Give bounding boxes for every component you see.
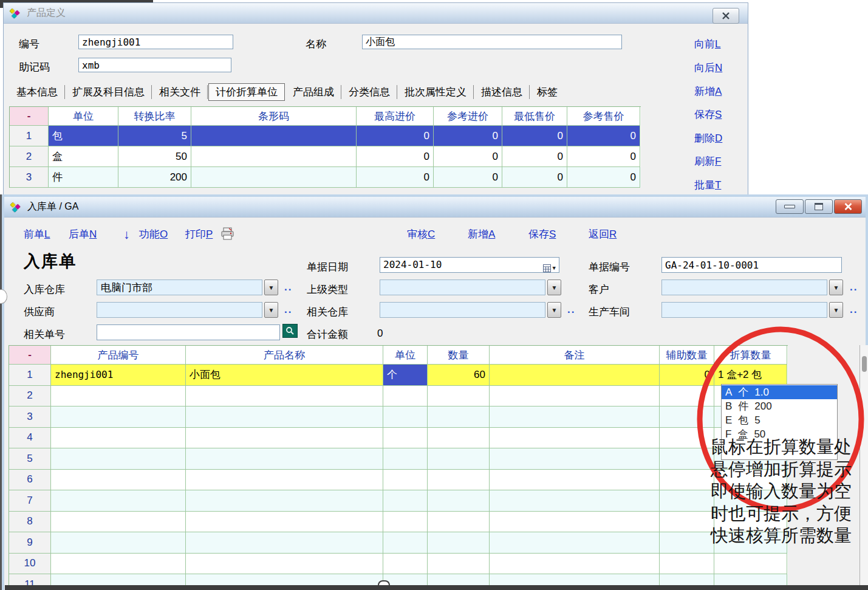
nav-next-button[interactable]: 向后N: [694, 61, 722, 75]
grid-cell[interactable]: [383, 406, 428, 428]
related-warehouse-dropdown-button[interactable]: ▼: [547, 302, 561, 318]
grid-cell[interactable]: [428, 428, 490, 449]
grid-cell[interactable]: [660, 428, 714, 449]
tab-product-composition[interactable]: 产品组成: [285, 83, 341, 101]
tab-batch-attributes[interactable]: 批次属性定义: [397, 83, 474, 101]
workshop-more-button[interactable]: ..: [850, 304, 858, 316]
next-doc-button[interactable]: 后单N: [69, 227, 97, 241]
grid-cell[interactable]: [383, 512, 428, 533]
row-number-cell[interactable]: 4: [9, 428, 51, 449]
table-row[interactable]: 9: [9, 532, 788, 554]
save-button[interactable]: 保存S: [528, 227, 556, 241]
grid-cell[interactable]: 5: [118, 126, 191, 146]
header-cell[interactable]: 产品名称: [186, 346, 383, 365]
grid-cell[interactable]: [191, 167, 357, 188]
table-row-active[interactable]: 1 zhengji001 小面包 个 60 0 1 盒+2 包: [9, 365, 788, 386]
row-number-cell[interactable]: 7: [9, 490, 51, 512]
grid-cell[interactable]: [186, 554, 383, 575]
grid-cell[interactable]: [660, 470, 714, 491]
header-cell[interactable]: 参考进价: [434, 107, 502, 126]
table-row[interactable]: 3 件 200 0 0 0 0: [10, 167, 641, 188]
grid-cell[interactable]: 0: [502, 146, 567, 167]
grid-cell[interactable]: [51, 448, 186, 470]
tooltip-item[interactable]: E包5: [722, 413, 837, 427]
customer-combo[interactable]: [661, 280, 827, 295]
grid-cell[interactable]: [428, 554, 490, 575]
grid-cell[interactable]: [191, 126, 357, 146]
batch-button[interactable]: 批量T: [694, 178, 721, 192]
header-cell[interactable]: 辅助数量: [660, 346, 714, 365]
customer-dropdown-button[interactable]: ▼: [829, 280, 843, 295]
parent-type-dropdown-button[interactable]: ▼: [547, 280, 561, 295]
grid-cell[interactable]: [51, 554, 186, 575]
parent-type-combo[interactable]: [380, 280, 545, 295]
grid-cell[interactable]: 0: [357, 146, 434, 167]
table-row[interactable]: 1 包 5 0 0 0 0: [10, 126, 641, 146]
grid-cell[interactable]: 0: [434, 126, 502, 146]
minimize-button[interactable]: [776, 199, 804, 214]
grid-cell[interactable]: [428, 532, 490, 554]
grid-cell[interactable]: [660, 532, 714, 554]
row-number-cell[interactable]: 6: [9, 470, 51, 491]
product-window-titlebar[interactable]: ◆◆◆ 产品定义: [4, 3, 748, 24]
table-row[interactable]: 5: [9, 448, 788, 470]
delete-button[interactable]: 删除D: [694, 131, 722, 145]
tab-basic-info[interactable]: 基本信息: [9, 83, 65, 101]
grid-cell[interactable]: [428, 406, 490, 428]
header-cell[interactable]: 最高进价: [357, 107, 434, 126]
supplier-combo[interactable]: [97, 302, 262, 318]
grid-cell[interactable]: 0: [567, 126, 640, 146]
table-row[interactable]: 3: [9, 406, 788, 428]
scrollbar-thumb[interactable]: [862, 356, 867, 372]
refresh-button[interactable]: 刷新F: [694, 154, 721, 168]
table-row[interactable]: 6: [9, 470, 788, 491]
workshop-combo[interactable]: [661, 302, 827, 318]
grid-cell[interactable]: [660, 490, 714, 512]
row-number-cell[interactable]: 9: [9, 532, 51, 554]
grid-cell[interactable]: [428, 386, 490, 407]
product-name-cell[interactable]: 小面包: [186, 365, 383, 386]
grid-cell[interactable]: [191, 146, 357, 167]
bottom-splitter[interactable]: [5, 585, 868, 590]
grid-cell[interactable]: [186, 386, 383, 407]
grid-cell[interactable]: [51, 386, 186, 407]
grid-cell[interactable]: 盒: [49, 146, 118, 167]
tab-description[interactable]: 描述信息: [474, 83, 530, 101]
supplier-more-button[interactable]: ..: [284, 304, 292, 316]
grid-cell[interactable]: 0: [434, 146, 502, 167]
grid-cell[interactable]: 件: [49, 167, 118, 188]
table-row[interactable]: 8: [9, 512, 788, 533]
grid-cell[interactable]: [490, 448, 660, 470]
grid-cell[interactable]: [51, 428, 186, 449]
conversion-quantity-cell[interactable]: 1 盒+2 包: [714, 365, 787, 386]
grid-cell[interactable]: [660, 554, 714, 575]
header-cell[interactable]: 数量: [428, 346, 490, 365]
grid-cell[interactable]: [51, 406, 186, 428]
grid-cell[interactable]: [51, 470, 186, 491]
close-button[interactable]: [713, 8, 739, 24]
grid-cell[interactable]: [383, 490, 428, 512]
return-button[interactable]: 返回R: [589, 227, 617, 241]
warehouse-dropdown-button[interactable]: ▼: [264, 280, 278, 295]
header-cell[interactable]: 条形码: [191, 107, 357, 126]
customer-more-button[interactable]: ..: [850, 281, 858, 293]
print-button[interactable]: 打印P: [185, 227, 213, 241]
row-number-cell[interactable]: 3: [9, 406, 51, 428]
tab-extended-info[interactable]: 扩展及科目信息: [65, 83, 152, 101]
prev-doc-button[interactable]: 前单L: [24, 227, 50, 241]
related-warehouse-combo[interactable]: [380, 302, 545, 318]
grid-cell[interactable]: [383, 448, 428, 470]
warehouse-combo[interactable]: 电脑门市部: [97, 280, 262, 295]
grid-cell[interactable]: 0: [357, 126, 434, 146]
note-cell[interactable]: [490, 365, 660, 386]
grid-cell[interactable]: [490, 470, 660, 491]
printer-icon[interactable]: [220, 227, 235, 243]
grid-cell[interactable]: [51, 512, 186, 533]
grid-cell[interactable]: [490, 554, 660, 575]
audit-button[interactable]: 审核C: [407, 227, 435, 241]
grid-cell[interactable]: [428, 512, 490, 533]
row-number-cell[interactable]: 10: [9, 554, 51, 575]
grid-cell[interactable]: [383, 532, 428, 554]
header-cell[interactable]: -: [9, 346, 51, 365]
header-cell[interactable]: -: [10, 107, 49, 126]
